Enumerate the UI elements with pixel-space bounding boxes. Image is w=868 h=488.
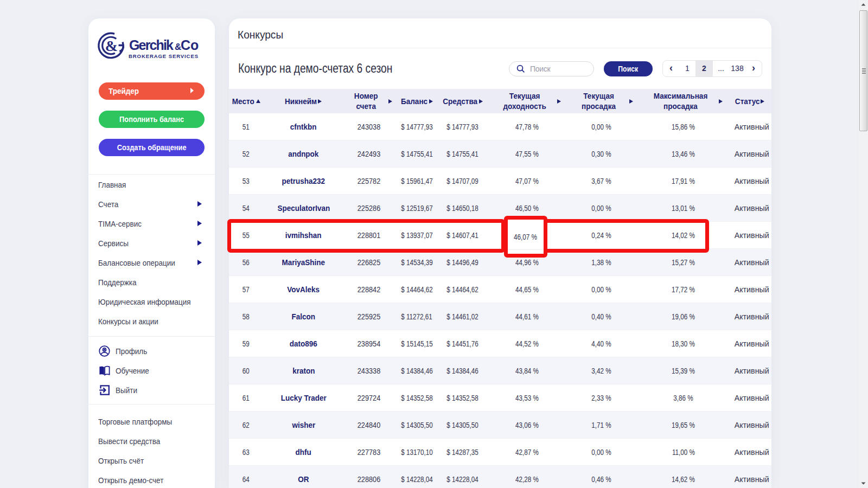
svg-text:Co: Co	[181, 37, 199, 53]
svg-text:Gerchik: Gerchik	[129, 37, 174, 53]
svg-text:&: &	[105, 37, 118, 54]
svg-text:BROKERAGE SERVICES: BROKERAGE SERVICES	[129, 53, 198, 59]
